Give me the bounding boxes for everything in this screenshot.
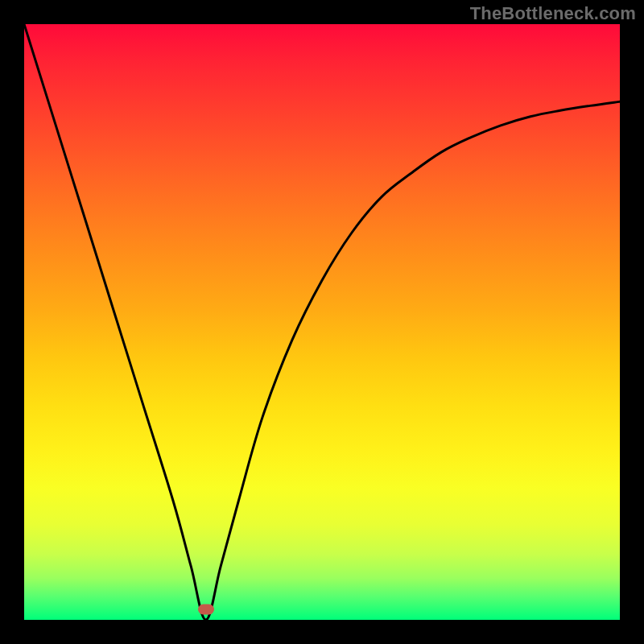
watermark: TheBottleneck.com <box>470 3 636 24</box>
optimum-marker <box>198 604 214 614</box>
plot-area <box>24 24 620 620</box>
chart-container: TheBottleneck.com <box>0 0 644 644</box>
gradient-background <box>24 24 620 620</box>
